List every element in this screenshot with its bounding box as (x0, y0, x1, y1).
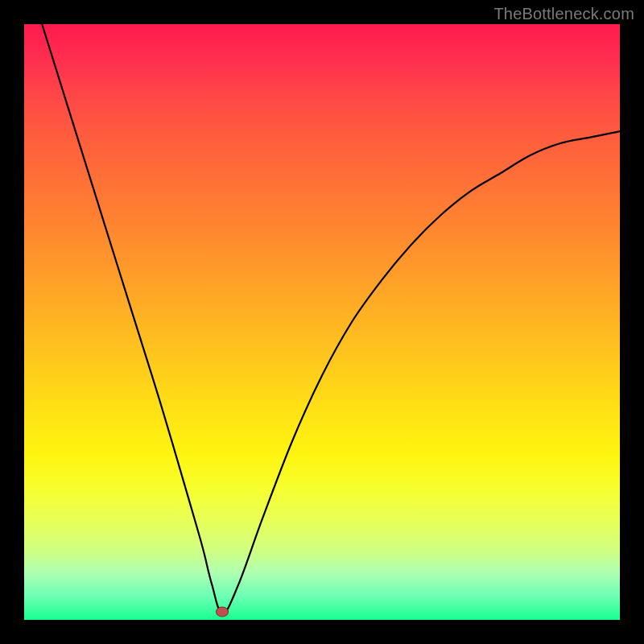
bottleneck-curve (24, 24, 620, 620)
optimal-point-marker (216, 607, 229, 617)
plot-area (24, 24, 620, 620)
watermark-text: TheBottleneck.com (493, 5, 634, 23)
chart-frame: TheBottleneck.com (0, 0, 644, 644)
